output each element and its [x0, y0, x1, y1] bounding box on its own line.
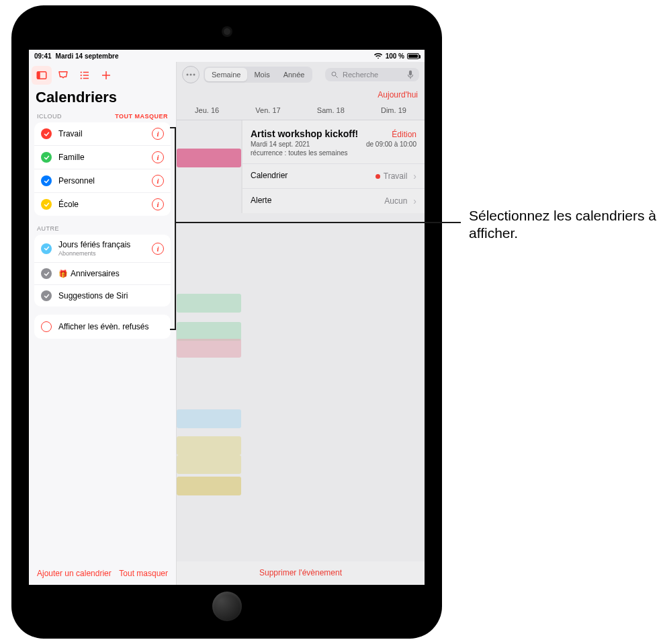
calendar-label: Travail — [58, 129, 152, 138]
event-calendar-row[interactable]: Calendrier Travail › — [243, 163, 425, 188]
status-bar: 09:41 Mardi 14 septembre 100 % — [29, 50, 425, 62]
inbox-icon — [57, 69, 69, 81]
calendar-label: Personnel — [58, 176, 152, 186]
calendar-label: Jours fériés françaisAbonnements — [58, 240, 152, 257]
autre-calendar-list: Jours fériés françaisAbonnementsi🎁Annive… — [34, 235, 171, 307]
event-block[interactable] — [177, 436, 241, 455]
status-time: 09:41 — [34, 52, 52, 60]
icloud-hide-all[interactable]: TOUT MASQUER — [115, 113, 168, 120]
event-block[interactable] — [177, 477, 241, 495]
svg-rect-15 — [409, 71, 412, 76]
svg-point-13 — [332, 72, 336, 76]
event-edit-button[interactable]: Édition — [392, 130, 416, 139]
day-header-cell[interactable]: Jeu. 16 — [195, 106, 219, 114]
segment-semaine[interactable]: Semaine — [205, 68, 247, 81]
ellipsis-icon — [186, 73, 195, 76]
event-block[interactable] — [177, 149, 241, 167]
sidebar-toggle-button[interactable] — [32, 66, 52, 85]
callout-bracket-top — [170, 127, 175, 128]
chevron-right-icon: › — [413, 196, 416, 206]
show-declined-row[interactable]: Afficher les évèn. refusés — [34, 315, 171, 339]
event-date: Mardi 14 sept. 2021 — [251, 140, 310, 148]
event-calendar-label: Calendrier — [251, 171, 288, 182]
event-block[interactable] — [177, 322, 241, 341]
list-button[interactable] — [75, 66, 95, 85]
callout-line — [175, 222, 461, 223]
info-button[interactable]: i — [152, 151, 164, 163]
event-block[interactable] — [177, 409, 241, 428]
svg-point-4 — [81, 77, 82, 79]
event-recurrence: récurrence : toutes les semaines — [243, 149, 425, 163]
svg-point-10 — [187, 74, 189, 76]
event-time: de 09:00 à 10:00 — [366, 140, 416, 148]
today-link[interactable]: Aujourd'hui — [177, 87, 425, 105]
day-header-row: Jeu. 16Ven. 17Sam. 18Dim. 19 — [177, 105, 425, 120]
add-button[interactable] — [96, 66, 116, 85]
svg-point-11 — [190, 74, 192, 76]
info-button[interactable]: i — [152, 243, 164, 255]
event-alert-value: Aucun — [384, 196, 407, 206]
search-field[interactable]: Recherche — [325, 68, 419, 81]
home-button[interactable] — [212, 592, 242, 621]
info-button[interactable]: i — [152, 198, 164, 210]
delete-event-button[interactable]: Supprimer l'évènement — [177, 561, 425, 585]
main-toolbar: Semaine Mois Année Recherche — [177, 62, 425, 87]
calendar-row[interactable]: Personneli — [34, 169, 171, 192]
segment-annee[interactable]: Année — [277, 68, 312, 81]
ipad-device-frame: 09:41 Mardi 14 septembre 100 % — [11, 5, 442, 639]
show-declined-unchecked-icon — [41, 321, 52, 332]
list-icon — [79, 69, 91, 81]
event-block[interactable] — [177, 455, 241, 474]
calendar-row[interactable]: Jours fériés françaisAbonnementsi — [34, 235, 171, 262]
calendar-row[interactable]: Famillei — [34, 145, 171, 169]
event-detail-panel: Artist workshop kickoff! Édition Mardi 1… — [243, 120, 425, 213]
segment-mois[interactable]: Mois — [247, 68, 276, 81]
add-calendar-link[interactable]: Ajouter un calendrier — [37, 569, 112, 578]
icloud-section-header: ICLOUD TOUT MASQUER — [29, 112, 176, 122]
calendar-label: Suggestions de Siri — [58, 291, 164, 300]
calendar-row[interactable]: 🎁Anniversaires — [34, 262, 171, 284]
svg-point-2 — [81, 71, 82, 73]
calendar-label: École — [58, 200, 152, 209]
calendar-label: Famille — [58, 153, 152, 162]
svg-line-14 — [336, 76, 338, 78]
checkmark-icon — [41, 243, 52, 254]
calendar-color-dot — [376, 174, 380, 179]
sidebar-footer: Ajouter un calendrier Tout masquer — [29, 562, 176, 585]
checkmark-icon — [41, 152, 52, 163]
icloud-calendar-list: TravailiFamilleiPersonneliÉcolei — [34, 122, 171, 216]
checkmark-icon — [41, 175, 52, 186]
hide-all-link[interactable]: Tout masquer — [119, 569, 168, 578]
day-header-cell[interactable]: Ven. 17 — [255, 106, 280, 114]
callout-bracket — [175, 127, 176, 330]
event-block[interactable] — [177, 339, 241, 358]
calendar-row[interactable]: Suggestions de Siri — [34, 284, 171, 307]
info-button[interactable]: i — [152, 128, 164, 140]
event-alert-row[interactable]: Alerte Aucun › — [243, 188, 425, 213]
day-header-cell[interactable]: Dim. 19 — [381, 106, 406, 114]
day-header-cell[interactable]: Sam. 18 — [317, 106, 345, 114]
calendar-row[interactable]: Écolei — [34, 192, 171, 216]
plus-icon — [100, 69, 112, 81]
svg-point-3 — [81, 75, 82, 76]
more-button[interactable] — [182, 66, 200, 83]
status-date: Mardi 14 septembre — [56, 52, 119, 60]
icloud-label: ICLOUD — [37, 113, 62, 120]
view-segmented-control[interactable]: Semaine Mois Année — [204, 67, 312, 83]
screen: 09:41 Mardi 14 septembre 100 % — [29, 50, 425, 585]
event-title: Artist workshop kickoff! — [251, 128, 358, 139]
info-button[interactable]: i — [152, 175, 164, 187]
mic-icon[interactable] — [407, 70, 414, 79]
ipad-bezel: 09:41 Mardi 14 septembre 100 % — [19, 13, 434, 631]
sidebar-icon — [36, 69, 48, 81]
autre-label: AUTRE — [37, 225, 59, 232]
battery-icon — [407, 53, 419, 59]
day-grid[interactable]: Artist workshop kickoff! Édition Mardi 1… — [177, 120, 425, 585]
search-icon — [330, 71, 339, 79]
svg-rect-1 — [37, 72, 40, 79]
calendar-sublabel: Abonnements — [58, 250, 152, 257]
search-placeholder: Recherche — [343, 71, 403, 79]
calendar-row[interactable]: Travaili — [34, 122, 171, 145]
event-block[interactable] — [177, 294, 241, 313]
inbox-button[interactable] — [53, 66, 73, 85]
